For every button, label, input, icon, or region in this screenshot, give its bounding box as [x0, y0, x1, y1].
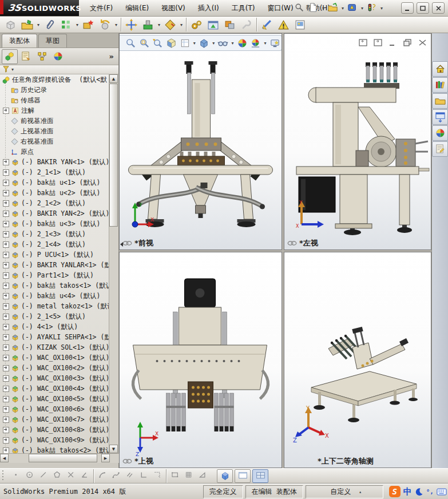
expand-toggle[interactable]	[3, 427, 9, 433]
tree-item[interactable]: (-) 4<1> (默认)	[0, 322, 110, 332]
tree-item[interactable]: (-) 2_1<1> (默认)	[0, 167, 110, 177]
dropdown-arrow-icon[interactable]	[379, 1, 384, 15]
expand-toggle[interactable]	[3, 169, 9, 176]
forum-icon[interactable]	[346, 1, 359, 15]
tree-item[interactable]: 传感器	[0, 95, 110, 105]
tree-horizontal-scrollbar[interactable]: ◀ ▶	[0, 453, 119, 463]
view-settings-icon[interactable]	[268, 36, 282, 50]
viewport-left[interactable]: Y X *左视	[284, 33, 431, 250]
appearances-icon[interactable]	[432, 125, 448, 141]
expand-toggle[interactable]	[3, 334, 9, 340]
home-icon[interactable]	[432, 61, 448, 77]
expand-toggle[interactable]	[3, 252, 9, 258]
reference-geometry-icon[interactable]	[162, 17, 179, 33]
apply-scene-icon[interactable]	[249, 36, 263, 50]
expand-toggle[interactable]	[3, 190, 9, 196]
dropdown-arrow-icon[interactable]	[179, 18, 184, 31]
tree-item[interactable]: (-) P UCU<1> (默认)	[0, 250, 110, 260]
grayed-tool-icon[interactable]	[238, 17, 255, 33]
dropdown-arrow-icon[interactable]	[320, 1, 326, 15]
sketch-point-icon[interactable]	[9, 469, 23, 482]
design-library-icon[interactable]	[432, 77, 448, 93]
expand-toggle[interactable]	[3, 262, 9, 268]
tree-item[interactable]: (-) WAC_OX100<4> (默认)	[0, 383, 110, 394]
menu-item-3[interactable]: 插入(I)	[193, 2, 224, 15]
menu-item-4[interactable]: 工具(T)	[227, 2, 260, 15]
overflow-chevron[interactable]: »	[109, 52, 114, 61]
dropdown-arrow-icon[interactable]	[340, 1, 346, 15]
open-document-icon[interactable]	[326, 1, 340, 15]
dropdown-arrow-icon[interactable]	[230, 36, 236, 50]
tab-assembly[interactable]: 装配体	[2, 34, 37, 47]
zoom-area-icon[interactable]	[138, 36, 152, 50]
custom-status[interactable]: 自定义▴	[306, 485, 383, 498]
sketch-parallel-icon[interactable]	[123, 469, 137, 482]
tree-item[interactable]: (-) BAKIR YAN<2> (默认)	[0, 208, 110, 219]
configurationmanager-icon[interactable]	[34, 49, 50, 64]
tree-item[interactable]: (-) WAC_OX100<7> (默认)	[0, 414, 110, 425]
sketch-triangle-icon[interactable]	[196, 469, 209, 482]
expand-toggle[interactable]	[3, 417, 9, 423]
tree-item[interactable]: (-) 2_1<4> (默认)	[0, 239, 110, 250]
display-style-icon[interactable]	[197, 36, 211, 50]
tree-item[interactable]: 上视基准面	[0, 126, 110, 136]
propertymanager-icon[interactable]	[18, 49, 34, 64]
tree-item[interactable]: (-) metal takoz<1> (默认)	[0, 301, 110, 311]
expand-toggle[interactable]	[3, 344, 9, 351]
displaymanager-icon[interactable]	[50, 49, 66, 64]
viewport-isometric[interactable]: Y X Z *上下二等角轴测	[284, 252, 431, 468]
expand-toggle[interactable]	[3, 324, 9, 330]
expand-toggle[interactable]	[3, 437, 9, 443]
tree-item[interactable]: (-) WAC_OX100<8> (默认)	[0, 425, 110, 435]
tree-item[interactable]: (-) AYAKLI SEHPA<1> (默认	[0, 332, 110, 342]
smart-fasteners-icon[interactable]	[80, 17, 97, 33]
restore-icon[interactable]	[402, 38, 413, 47]
expand-toggle[interactable]	[3, 231, 9, 237]
dropdown-arrow-icon[interactable]	[74, 18, 80, 31]
expand-toggle[interactable]	[3, 293, 9, 299]
expand-toggle[interactable]	[3, 108, 9, 114]
expand-toggle[interactable]	[3, 447, 9, 454]
expand-toggle[interactable]	[3, 375, 9, 382]
minimize-button[interactable]	[401, 2, 414, 14]
cascade-right-icon[interactable]	[372, 38, 383, 47]
rotate-component-icon[interactable]	[97, 17, 113, 33]
expand-toggle[interactable]	[3, 221, 9, 227]
new-document-icon[interactable]	[307, 1, 320, 15]
motion-study-icon[interactable]	[188, 17, 205, 33]
scroll-right-button[interactable]: ▶	[101, 454, 110, 462]
expand-toggle[interactable]	[3, 241, 9, 248]
sketch-angle-icon[interactable]	[78, 469, 92, 482]
tree-item[interactable]: 前视基准面	[0, 116, 110, 126]
tree-item[interactable]: (-) bak喆 takos<1> (默认)	[0, 280, 110, 291]
exploded-view-icon[interactable]	[205, 17, 221, 33]
expand-toggle[interactable]	[3, 159, 9, 165]
zoom-fit-icon[interactable]	[124, 36, 138, 50]
expand-toggle[interactable]	[3, 365, 9, 371]
single-view-button[interactable]	[235, 469, 251, 483]
sogou-ime-icon[interactable]: S	[389, 486, 401, 497]
viewport-top[interactable]: X Z *上视	[119, 252, 282, 468]
scroll-down-button[interactable]: ▼	[109, 445, 118, 453]
sketch-rectangle-icon[interactable]	[168, 469, 182, 482]
scroll-thumb[interactable]	[109, 84, 118, 227]
sketch-circle-icon[interactable]	[23, 469, 37, 482]
expand-toggle[interactable]	[3, 283, 9, 289]
custom-properties-icon[interactable]	[432, 141, 448, 157]
expand-toggle[interactable]	[3, 272, 9, 279]
tree-item[interactable]: (-) BAKIR YAN<1> (默认)	[0, 157, 110, 167]
scroll-up-button[interactable]: ▲	[109, 74, 118, 83]
capture-icon[interactable]	[292, 17, 308, 33]
sketch-line-icon[interactable]	[37, 469, 50, 482]
expand-toggle[interactable]	[3, 211, 9, 217]
ime-mode-chinese[interactable]: 中	[403, 486, 412, 497]
view-palette-icon[interactable]	[432, 109, 448, 125]
open-part-icon[interactable]	[19, 17, 35, 33]
expand-toggle[interactable]	[3, 386, 9, 392]
minimize-icon[interactable]	[387, 38, 398, 47]
zoom-previous-icon[interactable]	[151, 36, 165, 50]
expand-toggle[interactable]	[3, 355, 9, 361]
close-icon[interactable]	[417, 38, 427, 47]
insert-component-icon[interactable]	[2, 17, 19, 33]
ime-fullwidth-moon-icon[interactable]	[415, 488, 423, 496]
